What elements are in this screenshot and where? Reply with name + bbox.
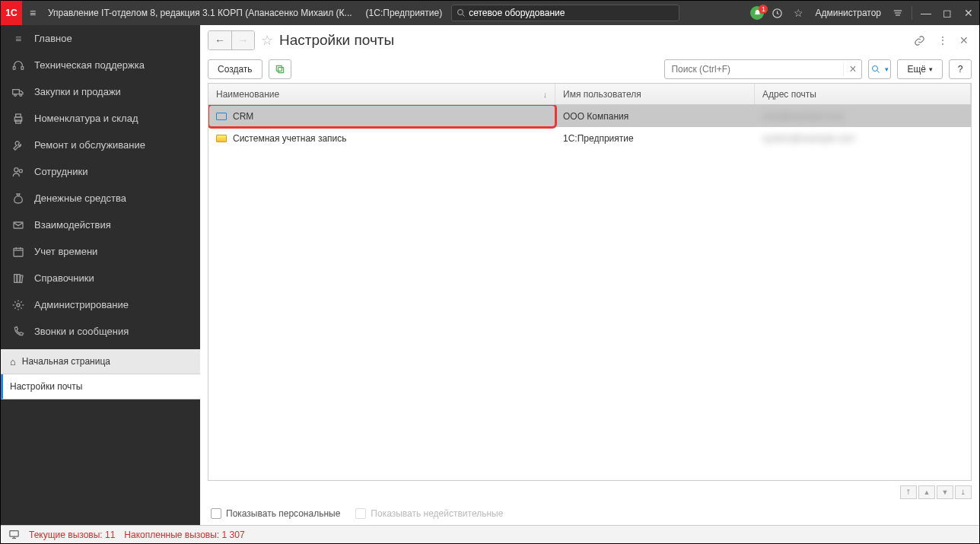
home-icon: ⌂	[10, 356, 16, 367]
search-clear-button[interactable]: ×	[843, 62, 861, 76]
svg-line-28	[877, 71, 879, 73]
global-search-input[interactable]	[469, 8, 674, 18]
monitor-icon[interactable]	[8, 529, 20, 540]
status-current: Текущие вызовы: 11	[29, 530, 115, 540]
tab-label: Начальная страница	[22, 356, 110, 367]
nav-back-button[interactable]: ←	[208, 31, 231, 49]
page-title: Настройки почты	[279, 32, 394, 49]
sidebar-item-label: Учет времени	[34, 246, 97, 257]
table-body: CRM ООО Компания user@example.com Систем…	[208, 105, 971, 480]
list-search[interactable]: ×	[664, 59, 862, 79]
notifications-button[interactable]: 1	[748, 6, 766, 20]
row-highlight	[208, 105, 557, 129]
link-icon[interactable]	[914, 35, 929, 46]
gear-icon	[11, 298, 25, 312]
sidebar-item-sales[interactable]: Закупки и продажи	[1, 78, 200, 105]
svg-point-24	[17, 304, 20, 307]
sidebar-item-interactions[interactable]: Взаимодействия	[1, 212, 200, 238]
page-up-button[interactable]: ▲	[918, 485, 935, 499]
svg-point-15	[19, 169, 22, 172]
svg-rect-25	[278, 68, 283, 73]
wrench-icon	[11, 138, 25, 152]
kebab-icon[interactable]: ⋮	[935, 34, 950, 46]
create-button[interactable]: Создать	[208, 59, 262, 79]
sidebar-item-catalogs[interactable]: Справочники	[1, 265, 200, 291]
cell-email: system@example.com	[755, 127, 971, 149]
minimize-button[interactable]: —	[915, 7, 937, 19]
history-icon[interactable]	[766, 8, 788, 19]
search-menu-button[interactable]: ▾	[868, 59, 891, 79]
svg-line-1	[463, 14, 465, 17]
sidebar-item-warehouse[interactable]: Номенклатура и склад	[1, 105, 200, 132]
settings-lines-icon[interactable]	[887, 8, 908, 18]
table-row[interactable]: CRM ООО Компания user@example.com	[208, 105, 971, 127]
cell-name: Системная учетная запись	[208, 127, 555, 149]
svg-rect-12	[16, 114, 21, 117]
svg-rect-26	[276, 65, 282, 71]
headset-icon	[11, 59, 25, 72]
svg-rect-17	[14, 248, 23, 256]
page-down-button[interactable]: ▼	[937, 485, 953, 499]
printer-icon	[11, 112, 25, 126]
sidebar-item-label: Денежные средства	[34, 192, 126, 204]
svg-rect-8	[13, 89, 20, 94]
column-email[interactable]: Адрес почты	[755, 84, 971, 104]
cell-email: user@example.com	[755, 105, 971, 127]
show-personal-checkbox[interactable]: Показывать персональные	[211, 508, 340, 519]
sidebar-item-label: Справочники	[34, 272, 94, 284]
svg-rect-29	[10, 531, 18, 537]
tab-home[interactable]: ⌂Начальная страница	[1, 349, 200, 374]
sidebar-item-label: Звонки и сообщения	[34, 326, 129, 337]
sidebar-item-label: Номенклатура и склад	[34, 113, 138, 124]
svg-rect-21	[14, 274, 17, 282]
sidebar-item-admin[interactable]: Администрирование	[1, 291, 200, 318]
sidebar-item-support[interactable]: Техническая поддержка	[1, 52, 200, 78]
global-search[interactable]	[451, 5, 679, 21]
svg-point-10	[20, 94, 22, 96]
user-role[interactable]: Администратор	[809, 8, 887, 18]
sidebar-item-label: Главное	[34, 33, 72, 44]
sidebar-item-label: Закупки и продажи	[34, 86, 121, 97]
column-name[interactable]: Наименование↓	[208, 84, 555, 104]
truck-icon	[11, 85, 25, 99]
favorite-toggle[interactable]: ☆	[261, 32, 273, 49]
column-user[interactable]: Имя пользователя	[555, 84, 755, 104]
help-button[interactable]: ?	[949, 59, 972, 79]
app-logo: 1C	[1, 1, 22, 25]
sidebar-item-money[interactable]: Денежные средства	[1, 185, 200, 212]
sidebar-item-label: Ремонт и обслуживание	[34, 139, 145, 151]
page-header: ← → ☆ Настройки почты ⋮ ✕	[200, 25, 979, 56]
moneybag-icon	[11, 192, 25, 205]
page-last-button[interactable]: ⤓	[955, 485, 972, 499]
list-search-input[interactable]	[665, 64, 843, 75]
copy-button[interactable]	[269, 59, 291, 79]
platform-label: (1С:Предприятие)	[357, 8, 452, 18]
main-content: ← → ☆ Настройки почты ⋮ ✕ Создать × ▾ Ещ…	[200, 25, 979, 525]
sidebar-item-label: Сотрудники	[34, 166, 88, 177]
tab-mail-settings[interactable]: Настройки почты	[1, 374, 200, 399]
sidebar-item-label: Техническая поддержка	[34, 59, 145, 71]
redacted-text: user@example.com	[762, 111, 844, 122]
sidebar-item-repair[interactable]: Ремонт и обслуживание	[1, 132, 200, 158]
favorite-icon[interactable]: ☆	[788, 7, 809, 19]
cell-user: 1С:Предприятие	[555, 127, 755, 149]
close-page-button[interactable]: ✕	[956, 34, 972, 46]
hamburger-icon[interactable]: ≡	[22, 7, 43, 19]
maximize-button[interactable]: ◻	[937, 7, 958, 19]
close-window-button[interactable]: ✕	[958, 7, 979, 19]
sidebar-item-time[interactable]: Учет времени	[1, 238, 200, 265]
more-button[interactable]: Ещё▾	[897, 59, 943, 79]
status-bar: Текущие вызовы: 11 Накопленные вызовы: 1…	[1, 525, 979, 543]
page-first-button[interactable]: ⤒	[900, 485, 917, 499]
sidebar-item-staff[interactable]: Сотрудники	[1, 158, 200, 185]
nav-forward-button[interactable]: →	[231, 31, 254, 49]
sidebar-item-calls[interactable]: Звонки и сообщения	[1, 318, 200, 345]
sidebar-item-main[interactable]: ≡Главное	[1, 25, 200, 52]
table-row[interactable]: Системная учетная запись 1С:Предприятие …	[208, 127, 971, 149]
app-title: Управление IT-отделом 8, редакция 3.1 КО…	[43, 8, 357, 18]
data-table: Наименование↓ Имя пользователя Адрес поч…	[208, 83, 972, 481]
toolbar: Создать × ▾ Ещё▾ ?	[200, 56, 979, 83]
sidebar: ≡Главное Техническая поддержка Закупки и…	[1, 25, 200, 525]
sort-indicator-icon: ↓	[543, 90, 548, 99]
svg-rect-22	[18, 274, 20, 282]
